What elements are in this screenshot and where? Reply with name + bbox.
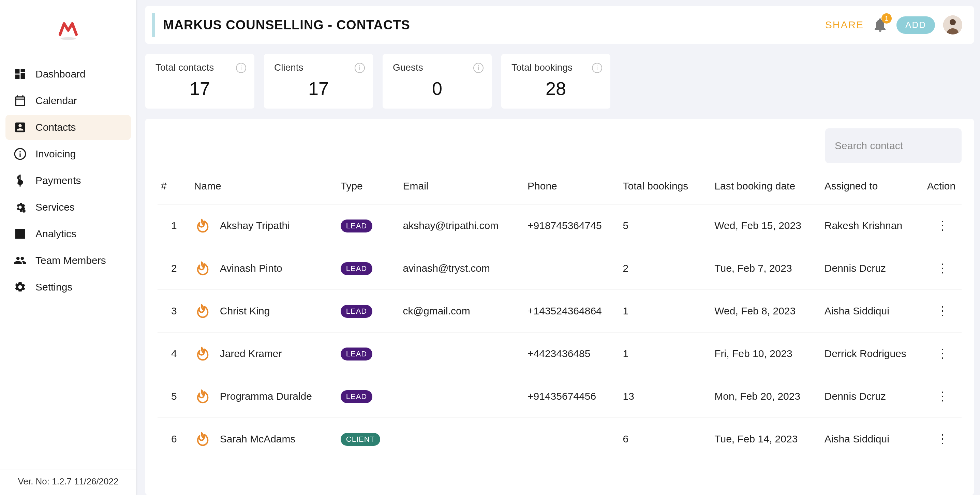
title-accent (152, 13, 155, 37)
contact-phone: +91435674456 (524, 375, 620, 418)
notifications-button[interactable]: 1 (872, 17, 888, 33)
stat-label: Guests (393, 62, 482, 73)
logo (0, 0, 137, 58)
svg-point-1 (22, 209, 25, 213)
stat-label: Total bookings (511, 62, 600, 73)
flame-icon (194, 431, 209, 447)
contact-bookings: 5 (620, 204, 711, 247)
row-number: 5 (158, 375, 191, 418)
stat-value: 28 (511, 78, 600, 99)
table-row[interactable]: 6 Sarah McAdams CLIENT 6 Tue, Feb 14, 20… (158, 418, 962, 460)
info-icon[interactable]: i (236, 63, 246, 73)
version-text: Ver. No: 1.2.7 11/26/2022 (0, 469, 137, 495)
sidebar-item-services[interactable]: Services (5, 195, 131, 220)
search-box (825, 128, 962, 163)
row-actions-button[interactable]: ⋮ (936, 432, 949, 446)
table-header-row: # Name Type Email Phone Total bookings L… (158, 173, 962, 204)
stat-label: Total contacts (156, 62, 244, 73)
table-body: 1 Akshay Tripathi LEAD akshay@tripathi.c… (158, 204, 962, 460)
stat-card: Total contacts 17 i (145, 54, 255, 109)
calendar-icon (14, 94, 27, 107)
sidebar-item-calendar[interactable]: Calendar (5, 88, 131, 113)
type-badge: LEAD (340, 219, 372, 233)
contact-phone: +4423436485 (524, 332, 620, 375)
sidebar-item-invoicing[interactable]: Invoicing (5, 141, 131, 167)
analytics-icon (14, 227, 27, 240)
contact-email (399, 375, 525, 418)
notification-badge: 1 (881, 13, 892, 24)
row-number: 1 (158, 204, 191, 247)
info-icon[interactable]: i (473, 63, 484, 73)
sidebar-item-label: Calendar (35, 95, 77, 107)
contact-assigned: Derrick Rodrigues (821, 332, 924, 375)
share-link[interactable]: SHARE (825, 19, 864, 31)
contact-email (399, 418, 525, 460)
table-row[interactable]: 4 Jared Kramer LEAD +4423436485 1 Fri, F… (158, 332, 962, 375)
info-icon[interactable]: i (355, 63, 365, 73)
name-cell: Christ King (194, 303, 334, 318)
contact-name: Sarah McAdams (220, 433, 296, 445)
row-actions-button[interactable]: ⋮ (936, 219, 949, 233)
row-actions-button[interactable]: ⋮ (936, 346, 949, 361)
stat-label: Clients (274, 62, 363, 73)
col-type: Type (337, 173, 399, 204)
add-button[interactable]: ADD (896, 16, 935, 34)
contact-name: Christ King (220, 305, 270, 317)
sidebar-item-label: Payments (35, 175, 81, 187)
contact-bookings: 1 (620, 332, 711, 375)
row-number: 3 (158, 290, 191, 332)
stat-card: Total bookings 28 i (501, 54, 610, 109)
sidebar-item-team-members[interactable]: Team Members (5, 248, 131, 273)
contact-last-date: Mon, Feb 20, 2023 (711, 375, 821, 418)
sidebar-item-payments[interactable]: Payments (5, 168, 131, 193)
contact-last-date: Tue, Feb 14, 2023 (711, 418, 821, 460)
avatar[interactable] (943, 15, 962, 35)
stat-value: 17 (274, 78, 363, 99)
table-row[interactable]: 5 Programma Duralde LEAD +91435674456 13… (158, 375, 962, 418)
table-row[interactable]: 2 Avinash Pinto LEAD avinash@tryst.com 2… (158, 247, 962, 290)
contact-assigned: Aisha Siddiqui (821, 418, 924, 460)
nav: DashboardCalendarContactsInvoicingPaymen… (0, 58, 137, 303)
type-badge: LEAD (340, 390, 372, 403)
table-card: # Name Type Email Phone Total bookings L… (145, 119, 974, 495)
name-cell: Jared Kramer (194, 346, 334, 361)
name-cell: Avinash Pinto (194, 261, 334, 276)
sidebar-item-label: Invoicing (35, 148, 76, 160)
contact-bookings: 13 (620, 375, 711, 418)
services-icon (14, 201, 27, 214)
stat-value: 0 (393, 78, 482, 99)
search-input[interactable] (835, 140, 964, 152)
row-number: 6 (158, 418, 191, 460)
table-row[interactable]: 1 Akshay Tripathi LEAD akshay@tripathi.c… (158, 204, 962, 247)
contact-assigned: Dennis Dcruz (821, 375, 924, 418)
stat-card: Guests 0 i (383, 54, 492, 109)
info-icon[interactable]: i (592, 63, 602, 73)
row-actions-button[interactable]: ⋮ (936, 304, 949, 318)
sidebar-item-settings[interactable]: Settings (5, 275, 131, 300)
contact-phone (524, 247, 620, 290)
col-assign: Assigned to (821, 173, 924, 204)
contact-email: ck@gmail.com (399, 290, 525, 332)
main: MARKUS COUNSELLING - CONTACTS SHARE 1 AD… (137, 0, 980, 495)
row-actions-button[interactable]: ⋮ (936, 261, 949, 275)
row-actions-button[interactable]: ⋮ (936, 389, 949, 403)
row-number: 2 (158, 247, 191, 290)
stat-value: 17 (156, 78, 244, 99)
sidebar-item-analytics[interactable]: Analytics (5, 221, 131, 246)
table-row[interactable]: 3 Christ King LEAD ck@gmail.com +1435243… (158, 290, 962, 332)
titlebar-actions: SHARE 1 ADD (825, 15, 962, 35)
sidebar-item-dashboard[interactable]: Dashboard (5, 61, 131, 87)
col-last: Last booking date (711, 173, 821, 204)
sidebar-item-contacts[interactable]: Contacts (5, 115, 131, 140)
settings-icon (14, 281, 27, 294)
contact-last-date: Tue, Feb 7, 2023 (711, 247, 821, 290)
page-title: MARKUS COUNSELLING - CONTACTS (163, 18, 410, 32)
col-bookings: Total bookings (620, 173, 711, 204)
table-toolbar (158, 128, 962, 163)
contact-assigned: Rakesh Krishnan (821, 204, 924, 247)
sidebar-item-label: Analytics (35, 228, 76, 240)
type-badge: LEAD (340, 262, 372, 275)
payments-icon (14, 174, 27, 187)
name-cell: Akshay Tripathi (194, 218, 334, 233)
col-email: Email (399, 173, 525, 204)
